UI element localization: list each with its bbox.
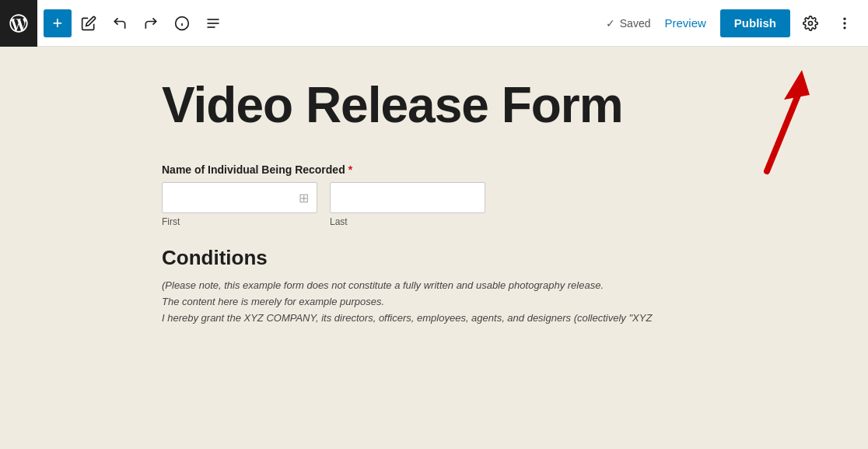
conditions-section: Conditions (Please note, this example fo…	[162, 246, 706, 326]
redo-icon	[143, 16, 159, 31]
info-button[interactable]	[168, 9, 196, 37]
gear-icon	[803, 16, 818, 31]
publish-button[interactable]: Publish	[720, 9, 790, 37]
conditions-line1: (Please note, this example form does not…	[162, 278, 706, 294]
info-icon	[174, 16, 190, 31]
name-fields-container: ⊞ First Last	[162, 182, 706, 227]
svg-marker-11	[784, 70, 810, 100]
conditions-text: (Please note, this example form does not…	[162, 278, 706, 326]
svg-point-7	[843, 17, 845, 19]
svg-point-9	[843, 26, 845, 29]
more-vertical-icon	[837, 16, 852, 31]
input-icon: ⊞	[299, 191, 309, 205]
edit-button[interactable]	[75, 9, 103, 37]
saved-label: Saved	[620, 17, 651, 30]
svg-point-6	[809, 21, 813, 25]
saved-status: ✓ Saved	[606, 17, 651, 30]
preview-button[interactable]: Preview	[656, 12, 713, 34]
redo-button[interactable]	[137, 9, 165, 37]
wordpress-icon	[8, 12, 30, 34]
wp-logo[interactable]	[0, 0, 37, 47]
last-name-wrap: Last	[330, 182, 485, 227]
required-star: *	[348, 163, 352, 176]
svg-point-8	[843, 22, 845, 24]
add-block-button[interactable]: +	[44, 9, 72, 37]
page-container: Video Release Form Name of Individual Be…	[162, 78, 706, 346]
toolbar-left: +	[44, 9, 606, 37]
first-label: First	[162, 216, 317, 227]
saved-checkmark: ✓	[606, 17, 615, 30]
annotation-arrow	[728, 62, 821, 187]
conditions-heading: Conditions	[162, 246, 706, 270]
name-field-label: Name of Individual Being Recorded *	[162, 163, 706, 176]
page-title: Video Release Form	[162, 78, 706, 132]
toolbar: +	[0, 0, 868, 47]
svg-line-10	[767, 86, 802, 171]
last-name-input[interactable]	[330, 182, 485, 213]
first-name-input[interactable]: ⊞	[162, 182, 317, 213]
conditions-line3: I hereby grant the XYZ COMPANY, its dire…	[162, 310, 706, 327]
structure-button[interactable]	[199, 9, 227, 37]
name-field-section: Name of Individual Being Recorded * ⊞ Fi…	[162, 163, 706, 227]
list-icon	[205, 16, 221, 31]
main-content: Video Release Form Name of Individual Be…	[0, 47, 868, 449]
conditions-line2: The content here is merely for example p…	[162, 294, 706, 310]
settings-button[interactable]	[796, 9, 824, 37]
toolbar-right: ✓ Saved Preview Publish	[606, 9, 859, 37]
more-options-button[interactable]	[831, 9, 859, 37]
last-label: Last	[330, 216, 485, 227]
undo-button[interactable]	[106, 9, 134, 37]
undo-icon	[112, 16, 128, 31]
pencil-icon	[81, 16, 96, 31]
first-name-wrap: ⊞ First	[162, 182, 317, 227]
